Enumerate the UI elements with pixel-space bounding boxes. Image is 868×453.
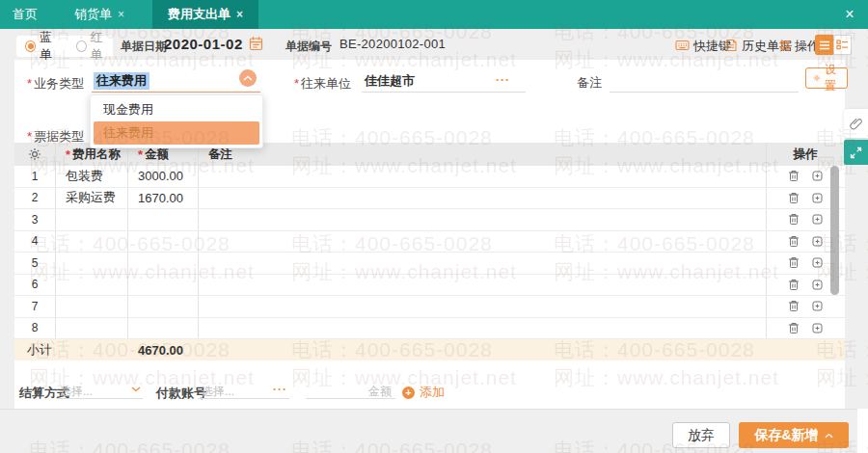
dropdown-collapse-button[interactable] <box>239 69 257 87</box>
amount-cell[interactable] <box>128 231 199 253</box>
remark-cell[interactable] <box>199 318 767 339</box>
amount-cell[interactable] <box>128 253 199 274</box>
business-type-dropdown: 现金费用 往来费用 <box>90 94 263 148</box>
shortcut-keys-button[interactable]: 快捷键 <box>675 38 731 55</box>
amount-cell[interactable] <box>128 296 199 317</box>
remark-label: 备注 <box>577 74 602 92</box>
attachment-button[interactable] <box>844 109 868 138</box>
partner-lookup-ellipsis[interactable]: ··· <box>496 73 510 87</box>
tab-close-icon[interactable]: × <box>118 9 124 20</box>
add-payment-button[interactable]: + 添加 <box>402 384 445 401</box>
delete-row-icon[interactable] <box>788 213 800 226</box>
insert-row-icon[interactable] <box>811 192 824 204</box>
date-value[interactable]: 2020-01-02 <box>164 36 243 52</box>
radio-blue-bill[interactable]: 蓝单 <box>25 29 63 64</box>
expand-table-button[interactable] <box>844 140 868 165</box>
delete-row-icon[interactable] <box>788 235 800 248</box>
settlement-method-select[interactable]: 选择... <box>56 380 143 399</box>
expense-name-cell[interactable] <box>56 209 128 230</box>
expense-name-cell[interactable]: 包装费 <box>56 166 128 187</box>
delete-row-icon[interactable] <box>788 170 800 182</box>
delete-row-icon[interactable] <box>788 256 800 269</box>
remark-cell[interactable] <box>199 296 767 317</box>
amount-cell[interactable] <box>128 318 199 339</box>
table-row: 1包装费3000.00 <box>14 166 845 188</box>
amount-cell[interactable]: 3000.00 <box>128 166 199 187</box>
insert-row-icon[interactable] <box>811 170 824 182</box>
expense-name-cell[interactable] <box>56 231 128 253</box>
amount-cell[interactable]: 1670.00 <box>128 188 199 209</box>
tab-expense-form[interactable]: 费用支出单 × <box>152 0 258 29</box>
table-scrollbar <box>830 164 839 360</box>
delete-row-icon[interactable] <box>788 279 800 291</box>
calendar-icon[interactable] <box>249 36 263 55</box>
table-row: 4 <box>14 231 845 253</box>
amount-placeholder: 金额 <box>368 384 392 400</box>
bottom-action-bar: 放弃 保存&新增 <box>0 409 868 453</box>
discard-button[interactable]: 放弃 <box>672 422 730 448</box>
operations-button[interactable]: 操作 <box>779 38 820 55</box>
amount-cell[interactable] <box>128 275 199 296</box>
list-view-icon <box>819 40 830 50</box>
expense-name-cell[interactable] <box>56 275 128 296</box>
column-settings-gear-icon[interactable] <box>14 143 56 166</box>
delete-row-icon[interactable] <box>788 192 800 204</box>
remark-cell[interactable] <box>199 231 767 253</box>
expense-name-cell[interactable]: 采购运费 <box>56 188 128 209</box>
list-view-toggle[interactable] <box>815 35 833 55</box>
radio-blue-label: 蓝单 <box>40 29 62 64</box>
insert-row-icon[interactable] <box>811 279 824 291</box>
save-and-new-label: 保存&新增 <box>754 427 818 444</box>
radio-red-label: 红单 <box>91 29 113 64</box>
account-lookup-ellipsis[interactable]: ··· <box>273 383 287 396</box>
subtotal-row: 小计 4670.00 <box>14 339 845 360</box>
insert-row-icon[interactable] <box>811 213 824 226</box>
business-type-input[interactable]: 往来费用 <box>92 67 260 93</box>
delete-row-icon[interactable] <box>788 300 800 312</box>
remark-cell[interactable] <box>199 188 767 209</box>
expense-name-cell[interactable] <box>56 318 128 339</box>
remark-cell[interactable] <box>199 166 767 187</box>
radio-red-bill[interactable]: 红单 <box>76 29 114 64</box>
document-number-label: 单据编号 <box>285 39 332 55</box>
remark-cell[interactable] <box>199 209 767 230</box>
row-number: 5 <box>14 253 56 274</box>
header-remark: 备注 <box>199 143 767 166</box>
scrollbar-thumb[interactable] <box>830 166 839 295</box>
remark-input[interactable] <box>610 67 799 93</box>
dropdown-option-partner-expense[interactable]: 往来费用 <box>94 121 259 145</box>
chevron-up-icon <box>825 433 833 439</box>
partner-value: 佳佳超市 <box>365 72 415 90</box>
insert-row-icon[interactable] <box>811 235 824 248</box>
insert-row-icon[interactable] <box>811 300 824 312</box>
tab-close-icon[interactable]: × <box>236 9 243 20</box>
delete-row-icon[interactable] <box>788 322 800 334</box>
payment-amount-input[interactable]: 金额 <box>306 380 395 399</box>
settings-button[interactable]: 设置 <box>805 67 848 89</box>
amount-cell[interactable] <box>128 209 199 230</box>
window-close-icon[interactable]: × <box>839 4 860 25</box>
partner-input[interactable]: 佳佳超市 ··· <box>362 67 526 93</box>
remark-cell[interactable] <box>199 275 767 296</box>
table-row: 8 <box>14 318 845 340</box>
row-number: 3 <box>14 209 56 230</box>
account-placeholder: 选择... <box>202 384 234 400</box>
expense-name-cell[interactable] <box>56 253 128 274</box>
tab-sales-order[interactable]: 销货单 × <box>62 0 137 29</box>
remark-cell[interactable] <box>199 253 767 274</box>
expense-name-cell[interactable] <box>56 296 128 317</box>
form-view-toggle[interactable] <box>833 35 852 55</box>
payment-account-select[interactable]: 选择... ··· <box>198 380 289 399</box>
insert-row-icon[interactable] <box>811 256 824 269</box>
chevron-up-icon <box>243 75 253 81</box>
tab-home[interactable]: 首页 <box>0 0 50 29</box>
dropdown-option-cash-expense[interactable]: 现金费用 <box>94 98 259 121</box>
document-number-value[interactable]: BE-20200102-001 <box>339 37 446 51</box>
radio-selected-icon <box>25 40 36 52</box>
row-number: 6 <box>14 275 56 296</box>
grid-dots-icon <box>779 40 791 54</box>
insert-row-icon[interactable] <box>811 322 824 334</box>
subtotal-label: 小计 <box>14 341 128 359</box>
save-and-new-button[interactable]: 保存&新增 <box>739 422 849 448</box>
subtotal-amount: 4670.00 <box>128 343 199 358</box>
